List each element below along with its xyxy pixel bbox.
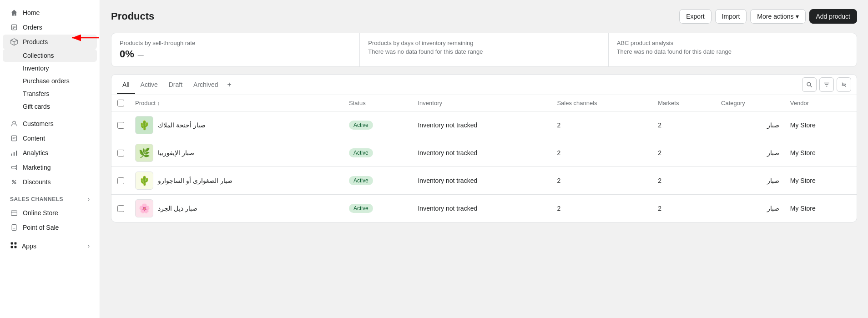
col-markets: Markets — [652, 95, 716, 111]
tab-active[interactable]: Active — [135, 76, 163, 94]
row-checkbox[interactable] — [117, 205, 124, 212]
row-sales-channels-cell: 2 — [551, 139, 652, 167]
svg-point-26 — [807, 82, 811, 86]
sidebar-item-discounts[interactable]: Discounts — [3, 175, 97, 189]
apps-chevron-icon: › — [88, 243, 90, 249]
more-actions-button[interactable]: More actions ▾ — [750, 9, 805, 24]
sales-channels-label: Sales channels — [10, 196, 63, 202]
table-row[interactable]: 🌿 صبار الإيفوربيا Active Inventory not t… — [111, 139, 857, 167]
row-checkbox[interactable] — [117, 150, 124, 156]
export-button[interactable]: Export — [679, 9, 711, 24]
purchase-orders-label: Purchase orders — [23, 77, 70, 85]
marketing-icon — [10, 163, 18, 172]
svg-rect-17 — [11, 211, 17, 215]
sidebar-sub-item-collections[interactable]: Collections — [3, 49, 97, 62]
row-category-cell: صبار — [716, 111, 785, 139]
row-sales-channels-cell: 2 — [551, 195, 652, 222]
row-product-cell[interactable]: 🌵 صبار أجنحة الملاك — [130, 111, 343, 139]
row-checkbox[interactable] — [117, 177, 124, 184]
transfers-label: Transfers — [23, 90, 50, 97]
svg-line-27 — [810, 86, 812, 87]
status-badge: Active — [349, 176, 373, 185]
add-product-button[interactable]: Add product — [809, 9, 858, 24]
chevron-down-icon: ▾ — [796, 13, 799, 20]
row-status-cell: Active — [343, 111, 413, 139]
tab-draft[interactable]: Draft — [163, 76, 188, 94]
online-store-icon — [10, 209, 18, 217]
table-row[interactable]: 🌵 صبار الصغواري أو الساجوارو Active Inve… — [111, 167, 857, 195]
sidebar-sub-item-gift-cards[interactable]: Gift cards — [3, 100, 97, 113]
row-vendor-cell: My Store — [785, 195, 857, 222]
sidebar-item-analytics[interactable]: Analytics — [3, 146, 97, 160]
content-label: Content — [23, 135, 45, 142]
products-table-container: Product ↕ Status Inventory Sales channel… — [111, 95, 857, 222]
sidebar-sub-item-transfers[interactable]: Transfers — [3, 87, 97, 100]
online-store-label: Online Store — [23, 209, 58, 217]
sell-through-sub: — — [138, 52, 144, 59]
search-button[interactable] — [802, 77, 817, 92]
table-row[interactable]: 🌸 صبار ذيل الجرذ Active Inventory not tr… — [111, 195, 857, 222]
sell-through-value: 0% — [120, 48, 134, 60]
abc-analysis-title: ABC product analysis — [617, 40, 848, 46]
sidebar-item-home[interactable]: Home — [3, 5, 97, 20]
svg-rect-13 — [16, 151, 17, 156]
table-header: Product ↕ Status Inventory Sales channel… — [111, 95, 857, 111]
sidebar-item-customers[interactable]: Customers — [3, 116, 97, 131]
row-product-cell[interactable]: 🌵 صبار الصغواري أو الساجوارو — [130, 167, 343, 195]
svg-rect-24 — [15, 246, 17, 248]
marketing-label: Marketing — [23, 164, 50, 171]
svg-rect-23 — [11, 246, 13, 248]
row-vendor-cell: My Store — [785, 139, 857, 167]
header-actions: Export Import More actions ▾ Add product — [679, 9, 857, 24]
sidebar-sub-item-inventory[interactable]: Inventory — [3, 62, 97, 75]
sidebar-item-marketing[interactable]: Marketing — [3, 160, 97, 175]
row-category-cell: صبار — [716, 195, 785, 222]
sidebar-item-orders[interactable]: Orders — [3, 20, 97, 35]
filter-button[interactable] — [819, 77, 834, 92]
summary-card-days-inventory: Products by days of inventory remaining … — [360, 33, 608, 66]
sidebar-item-point-of-sale[interactable]: Point of Sale — [3, 220, 97, 235]
col-category: Category — [716, 95, 785, 111]
product-sort-icon: ↕ — [157, 101, 160, 106]
tab-archived[interactable]: Archived — [188, 76, 223, 94]
sidebar-item-products[interactable]: Products — [3, 35, 97, 49]
svg-rect-21 — [11, 242, 13, 245]
orders-label: Orders — [23, 24, 42, 31]
col-product[interactable]: Product ↕ — [130, 95, 343, 111]
sidebar-item-content[interactable]: Content — [3, 131, 97, 146]
sidebar-sub-item-purchase-orders[interactable]: Purchase orders — [3, 75, 97, 87]
analytics-label: Analytics — [23, 149, 48, 156]
svg-rect-22 — [15, 242, 17, 245]
row-inventory-cell: Inventory not tracked — [412, 195, 551, 222]
table-row[interactable]: 🌵 صبار أجنحة الملاك Active Inventory not… — [111, 111, 857, 139]
sidebar-item-online-store[interactable]: Online Store — [3, 206, 97, 220]
col-inventory: Inventory — [412, 95, 551, 111]
inventory-label: Inventory — [23, 65, 49, 72]
import-button[interactable]: Import — [715, 9, 747, 24]
select-all-checkbox[interactable] — [117, 100, 124, 106]
sidebar-sales-channels[interactable]: Sales channels › — [3, 193, 97, 206]
row-checkbox[interactable] — [117, 122, 124, 129]
row-markets-cell: 2 — [652, 111, 716, 139]
row-vendor-cell: My Store — [785, 111, 857, 139]
product-name: صبار ذيل الجرذ — [158, 205, 197, 212]
product-thumbnail: 🌵 — [135, 116, 153, 134]
row-product-cell[interactable]: 🌿 صبار الإيفوربيا — [130, 139, 343, 167]
pos-icon — [10, 223, 18, 232]
svg-line-5 — [11, 40, 14, 42]
product-name: صبار الإيفوربيا — [158, 149, 194, 156]
sort-button[interactable] — [837, 77, 851, 92]
row-markets-cell: 2 — [652, 167, 716, 195]
summary-cards: Products by sell-through rate 0% — Produ… — [111, 33, 857, 67]
product-name: صبار أجنحة الملاك — [158, 121, 206, 129]
row-category-cell: صبار — [716, 167, 785, 195]
tab-all[interactable]: All — [117, 76, 135, 94]
analytics-icon — [10, 149, 18, 157]
row-sales-channels-cell: 2 — [551, 111, 652, 139]
customers-icon — [10, 120, 18, 128]
customers-label: Customers — [23, 120, 54, 127]
page-header: Products Export Import More actions ▾ Ad… — [111, 9, 857, 24]
row-product-cell[interactable]: 🌸 صبار ذيل الجرذ — [130, 195, 343, 222]
tab-add-button[interactable]: + — [224, 76, 235, 93]
sidebar-apps[interactable]: Apps › — [3, 238, 97, 253]
